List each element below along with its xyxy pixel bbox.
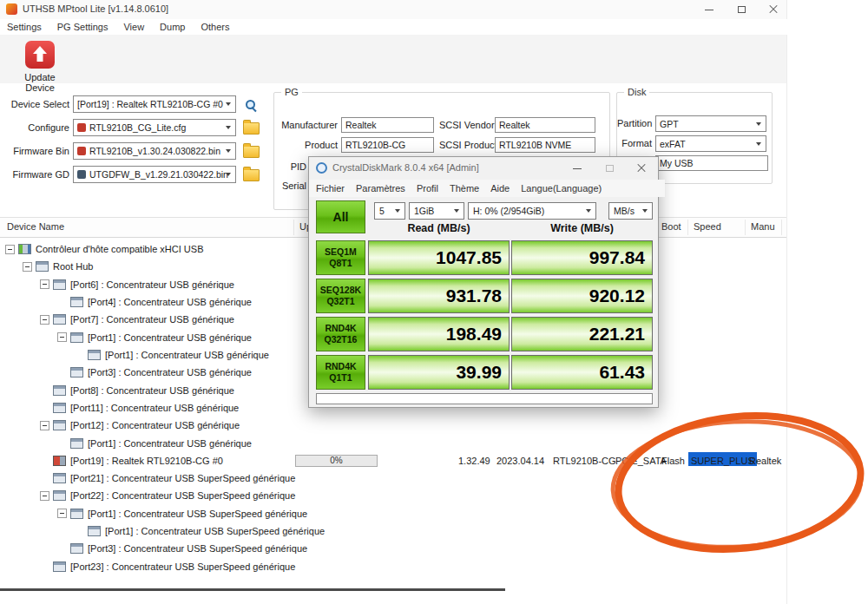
vendor-value: Realtek — [749, 452, 781, 469]
cdm-menu-item-param-tres[interactable]: Paramètres — [356, 183, 405, 194]
close-button[interactable] — [759, 0, 788, 19]
cdm-minimize-button[interactable] — [562, 159, 592, 178]
cdm-write-value: 997.84 — [511, 240, 653, 275]
tree-item-label: [Port1] : Concentrateur USB SuperSpeed g… — [88, 509, 307, 519]
scsi-product-field[interactable]: RTL9210B NVME — [495, 137, 595, 153]
minimize-button[interactable] — [694, 0, 724, 19]
collapse-toggle-icon[interactable] — [40, 491, 49, 501]
device-select-value: [Port19] : Realtek RTL9210B-CG #0 — [77, 99, 235, 109]
cdm-test-button-seq1m-q8t1[interactable]: SEQ1MQ8T1 — [316, 240, 365, 275]
cdm-menu-item-th-me[interactable]: Thème — [450, 183, 479, 194]
mptool-title: UTHSB MPtool Lite [v1.14.8.0610] — [23, 3, 168, 14]
format-value: exFAT — [660, 139, 698, 149]
chevron-down-icon — [756, 122, 761, 126]
tree-item[interactable]: [Port23] : Concentrateur USB SuperSpeed … — [0, 558, 786, 575]
chevron-down-icon — [586, 209, 591, 213]
cdm-menu-item-fichier[interactable]: Fichier — [316, 183, 345, 194]
cdm-maximize-button[interactable] — [595, 159, 624, 178]
maximize-button[interactable] — [727, 0, 756, 19]
cdm-read-header: Read (MB/s) — [368, 222, 510, 234]
firmware-gd-combo[interactable]: UTGDFW_B_v1.29.21.030422.bin — [73, 166, 236, 183]
partition-label: Partition — [617, 118, 652, 128]
tree-item-label: [Port1] : Concentrateur USB SuperSpeed g… — [105, 526, 325, 536]
cdm-comment-input[interactable] — [316, 393, 653, 404]
gd-file-icon — [77, 170, 86, 179]
firmware-bin-combo[interactable]: RTL9210B_v1.30.24.030822.bin — [73, 142, 236, 160]
collapse-toggle-icon[interactable] — [5, 245, 15, 254]
collapse-toggle-icon[interactable] — [23, 262, 32, 272]
scsi-product-label: SCSI Product — [439, 140, 491, 150]
serial-label: Serial — [274, 181, 306, 191]
cdm-unit-combo[interactable]: MB/s — [608, 202, 653, 220]
usb-hub-icon — [53, 490, 66, 501]
cdm-all-button[interactable]: All — [316, 200, 365, 233]
usb-hub-icon — [53, 561, 66, 572]
cdm-menu-item-aide[interactable]: Aide — [490, 183, 510, 194]
browse-configure-button[interactable] — [240, 119, 261, 138]
mptool-titlebar: UTHSB MPtool Lite [v1.14.8.0610] — [0, 0, 786, 19]
collapse-toggle-icon[interactable] — [57, 509, 67, 518]
volume-label-field[interactable]: My USB — [655, 155, 768, 171]
cdm-menu-item-langue-language-[interactable]: Langue(Language) — [521, 183, 602, 194]
cdm-test-button-seq128k-q32t1[interactable]: SEQ128KQ32T1 — [316, 279, 365, 313]
tree-item-label: Contrôleur d'hôte compatible xHCI USB — [36, 244, 203, 254]
format-combo[interactable]: exFAT — [655, 135, 766, 152]
product-field[interactable]: RTL9210B-CG — [341, 137, 434, 153]
tree-item-label: [Port1] : Concentrateur USB générique — [105, 350, 269, 360]
horizontal-scrollbar[interactable] — [0, 588, 505, 591]
tree-item-label: [Port1] : Concentrateur USB générique — [88, 438, 252, 449]
cdm-target-combo[interactable]: H: 0% (2/954GiB) — [468, 202, 596, 220]
partition-combo[interactable]: GPT — [655, 115, 766, 132]
cdm-menubar: FichierParamètresProfilThèmeAideLangue(L… — [309, 180, 665, 197]
menu-item-pg-settings[interactable]: PG Settings — [57, 22, 108, 32]
menu-item-view[interactable]: View — [123, 22, 144, 32]
collapse-toggle-icon[interactable] — [57, 332, 67, 342]
scsi-vendor-field[interactable]: Realtek — [495, 117, 595, 133]
menu-item-dump[interactable]: Dump — [160, 22, 185, 32]
usb-hub-icon — [53, 473, 66, 483]
column-device-name[interactable]: Device Name — [7, 221, 64, 232]
column-manu[interactable]: Manu — [751, 221, 775, 232]
cdm-write-value: 920.12 — [511, 279, 653, 313]
cdm-test-button-rnd4k-q32t16[interactable]: RND4KQ32T16 — [316, 317, 365, 351]
tree-item-label: [Port1] : Concentrateur USB générique — [88, 332, 252, 343]
tree-item[interactable]: [Port22] : Concentrateur USB SuperSpeed … — [0, 487, 786, 504]
tree-item-label: [Port7] : Concentrateur USB générique — [70, 314, 234, 325]
column-boot[interactable]: Boot — [661, 221, 681, 232]
tree-item-label: [Port3] : Concentrateur USB SuperSpeed g… — [88, 543, 307, 554]
header-separator — [687, 220, 688, 235]
pg-group-title: PG — [281, 87, 302, 97]
column-speed[interactable]: Speed — [694, 221, 721, 232]
progress-bar: 0% — [295, 455, 378, 467]
configure-combo[interactable]: RTL9210B_CG_Lite.cfg — [73, 119, 236, 136]
cdm-close-button[interactable] — [627, 159, 656, 178]
search-device-button[interactable] — [240, 95, 260, 114]
tree-item[interactable]: [Port1] : Concentrateur USB SuperSpeed g… — [0, 522, 786, 540]
device-select-combo[interactable]: [Port19] : Realtek RTL9210B-CG #0 — [73, 95, 236, 113]
tree-item[interactable]: [Port3] : Concentrateur USB SuperSpeed g… — [0, 540, 786, 557]
tree-item-label: [Port23] : Concentrateur USB SuperSpeed … — [70, 561, 295, 572]
tree-item[interactable]: [Port21] : Concentrateur USB SuperSpeed … — [0, 469, 786, 487]
cdm-test-button-rnd4k-q1t1[interactable]: RND4KQ1T1 — [316, 355, 365, 390]
tree-item[interactable]: [Port1] : Concentrateur USB générique — [0, 435, 786, 452]
usb-hub-icon — [70, 543, 83, 554]
cdm-loops-combo[interactable]: 5 — [374, 202, 405, 220]
minimize-icon — [705, 10, 713, 10]
menu-item-others[interactable]: Others — [201, 22, 229, 32]
browse-firmware-gd-button[interactable] — [240, 166, 261, 185]
menu-item-settings[interactable]: Settings — [7, 22, 42, 32]
cdm-size-combo[interactable]: 1GiB — [409, 202, 464, 220]
tree-item[interactable]: [Port12] : Concentrateur USB générique — [0, 417, 786, 434]
collapse-toggle-icon[interactable] — [40, 279, 49, 289]
collapse-toggle-icon[interactable] — [40, 421, 49, 430]
update-device-button[interactable]: Update Device — [12, 40, 68, 82]
header-separator — [293, 220, 294, 235]
tree-item[interactable]: [Port1] : Concentrateur USB SuperSpeed g… — [0, 505, 786, 522]
tree-item-label: [Port21] : Concentrateur USB SuperSpeed … — [70, 473, 295, 483]
tree-item-label: [Port4] : Concentrateur USB générique — [88, 297, 252, 307]
collapse-toggle-icon[interactable] — [40, 315, 49, 325]
cdm-menu-item-profil[interactable]: Profil — [417, 183, 438, 194]
cdm-write-value: 221.21 — [511, 317, 653, 351]
browse-firmware-bin-button[interactable] — [240, 142, 261, 161]
manufacturer-field[interactable]: Realtek — [341, 117, 434, 133]
